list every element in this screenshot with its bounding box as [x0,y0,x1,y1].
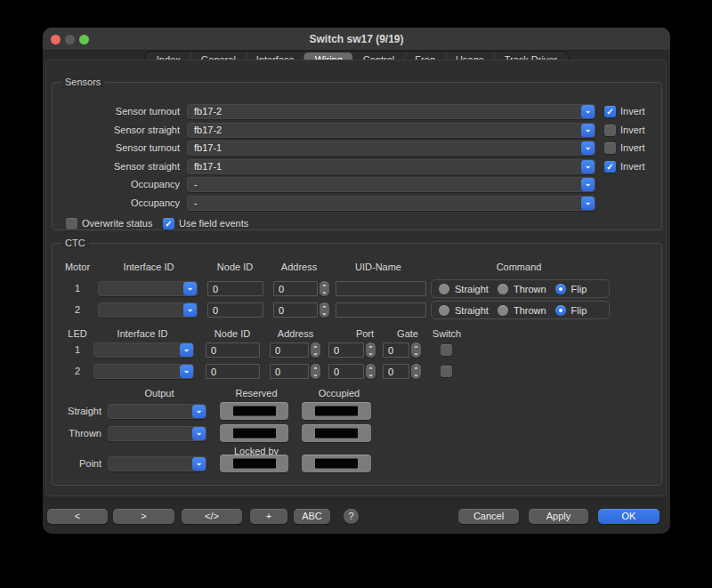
motor-node-id-field[interactable] [207,281,263,296]
invert-checkbox[interactable] [604,142,616,154]
chevron-down-icon[interactable]: ⌄ [581,105,595,118]
occupied-column-header: Occupied [319,388,360,399]
straight-reserved-indicator[interactable] [220,402,288,420]
thrown-radio-label: Thrown [514,284,546,294]
point-locked-by-indicator[interactable] [220,455,288,472]
address-stepper[interactable]: ⌃⌄ [320,281,329,296]
chevron-down-icon[interactable]: ⌄ [180,343,193,357]
led-address-field[interactable] [270,342,309,358]
ok-button[interactable]: OK [598,509,659,524]
apply-button[interactable]: Apply [529,509,588,524]
previous-button[interactable]: < [47,509,108,524]
motor-uid-name-field[interactable] [336,281,426,296]
help-button[interactable]: ? [344,509,359,524]
switch-properties-dialog: Switch sw17 (9/19) Index General Interfa… [43,28,670,534]
led-interface-combobox[interactable]: ⌄ [93,364,194,379]
led-node-id-field[interactable] [206,364,260,379]
cancel-button[interactable]: Cancel [458,509,519,524]
sensor-turnout-combobox[interactable]: fb17-1 ⌄ [187,141,595,156]
thrown-occupied-indicator[interactable] [302,424,371,442]
port-stepper[interactable]: ⌃⌄ [366,342,376,358]
motor-column-header: Motor [65,262,90,272]
color-swatch [233,407,276,416]
field-label: Sensor straight [53,159,180,174]
led-gate-field[interactable] [383,364,409,379]
address-column-header: Address [281,262,317,272]
abc-button[interactable]: ABC [294,509,330,524]
chevron-down-icon[interactable]: ⌄ [183,282,197,295]
use-field-events-label: Use field events [179,216,248,231]
address-stepper[interactable]: ⌃⌄ [320,302,329,318]
address-stepper[interactable]: ⌃⌄ [311,342,320,358]
address-stepper[interactable]: ⌃⌄ [311,364,320,379]
color-swatch [315,459,358,469]
invert-checkbox[interactable] [604,106,616,117]
led-gate-field[interactable] [383,342,409,358]
led-address-field[interactable] [270,364,309,379]
led-row-1: 1 ⌄ ⌃⌄ ⌃⌄ ⌃⌄ [53,342,661,358]
chevron-down-icon[interactable]: ⌄ [192,405,206,418]
led-port-field[interactable] [328,342,364,358]
straight-radio[interactable] [439,284,449,294]
chevron-down-icon[interactable]: ⌄ [192,427,206,440]
overwrite-status-checkbox[interactable] [66,218,77,230]
motor-row-1: 1 ⌄ ⌃⌄ Straight Thrown F [53,281,661,296]
thrown-radio[interactable] [498,305,508,316]
led-switch-checkbox[interactable] [441,366,452,377]
motor-node-id-field[interactable] [207,302,263,318]
invert-label: Invert [620,123,645,138]
port-stepper[interactable]: ⌃⌄ [366,364,376,379]
chevron-down-icon[interactable]: ⌄ [180,365,193,378]
thrown-reserved-indicator[interactable] [220,424,288,442]
led-switch-checkbox[interactable] [441,344,452,356]
point-occupied-indicator[interactable] [302,455,371,472]
thrown-radio[interactable] [498,284,508,294]
field-label: Sensor turnout [53,141,180,156]
field-label: Sensor turnout [53,104,180,119]
motor-address-field[interactable] [273,281,318,296]
xml-button[interactable]: </> [182,509,242,524]
chevron-down-icon[interactable]: ⌄ [581,160,595,173]
led-interface-combobox[interactable]: ⌄ [93,342,194,358]
sensor-turnout-combobox[interactable]: fb17-2 ⌄ [187,104,595,119]
motor-interface-combobox[interactable]: ⌄ [98,281,198,296]
sensor-straight-combobox[interactable]: fb17-1 ⌄ [187,159,595,174]
sensor-straight-row-2: Sensor straight fb17-1 ⌄ Invert [53,159,661,174]
straight-occupied-indicator[interactable] [302,402,371,420]
straight-radio[interactable] [439,305,449,316]
chevron-down-icon[interactable]: ⌄ [581,141,595,155]
chevron-down-icon[interactable]: ⌄ [581,178,595,191]
led-port-header: Port [356,328,374,339]
add-button[interactable]: + [250,509,287,524]
flip-radio[interactable] [555,284,566,294]
motor-interface-combobox[interactable]: ⌄ [98,302,198,318]
flip-radio[interactable] [555,305,566,316]
point-output-combobox[interactable]: ⌄ [108,456,206,471]
straight-output-combobox[interactable]: ⌄ [108,404,206,419]
thrown-output-combobox[interactable]: ⌄ [108,426,206,441]
occupancy-combobox[interactable]: - ⌄ [187,196,595,211]
led-node-id-field[interactable] [206,342,260,358]
motor-row-number: 1 [69,281,86,296]
chevron-down-icon[interactable]: ⌄ [183,303,197,317]
combobox-value: fb17-2 [194,104,222,119]
ctc-group: CTC Motor Interface ID Node ID Address U… [52,243,662,486]
combobox-value: - [194,196,198,211]
invert-label: Invert [620,159,645,174]
chevron-down-icon[interactable]: ⌄ [581,124,595,137]
chevron-down-icon[interactable]: ⌄ [581,197,595,210]
use-field-events-checkbox[interactable] [163,218,174,230]
led-column-header: LED [68,328,86,339]
invert-checkbox[interactable] [604,125,616,136]
gate-stepper[interactable]: ⌃⌄ [411,342,421,358]
sensor-straight-combobox[interactable]: fb17-2 ⌄ [187,123,595,138]
next-button[interactable]: > [113,509,174,524]
led-port-field[interactable] [328,364,364,379]
title-bar[interactable]: Switch sw17 (9/19) [43,28,670,51]
occupancy-combobox[interactable]: - ⌄ [187,177,595,192]
invert-checkbox[interactable] [604,161,616,173]
motor-address-field[interactable] [273,302,318,318]
chevron-down-icon[interactable]: ⌄ [192,457,206,471]
gate-stepper[interactable]: ⌃⌄ [411,364,421,379]
motor-uid-name-field[interactable] [336,302,426,318]
